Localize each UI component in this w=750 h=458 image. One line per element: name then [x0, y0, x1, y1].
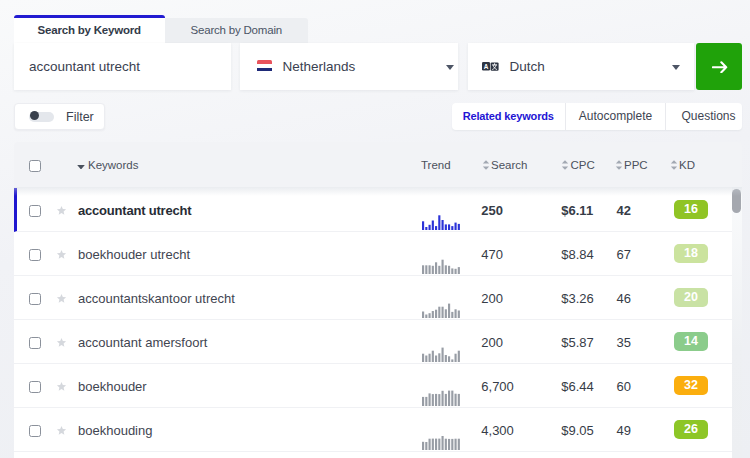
svg-text:A: A [483, 62, 488, 69]
